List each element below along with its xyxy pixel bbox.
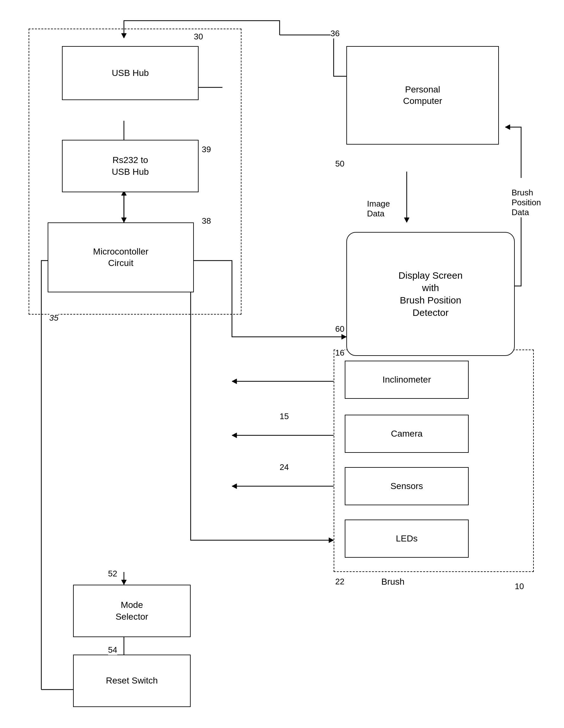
label-35: 35 <box>49 313 58 323</box>
label-n10: 10 <box>515 582 524 591</box>
brush-label: Brush <box>381 577 404 587</box>
label-50: 50 <box>335 159 344 169</box>
label-54: 54 <box>108 645 117 655</box>
display-screen-box: Display Screen with Brush Position Detec… <box>346 232 515 356</box>
label-52: 52 <box>108 569 117 579</box>
diagram: USB Hub Rs232 to USB Hub Microcontoller … <box>0 0 564 728</box>
usb-hub-box: USB Hub <box>62 46 199 100</box>
label-16: 16 <box>335 348 344 358</box>
svg-marker-7 <box>505 125 510 130</box>
svg-marker-15 <box>232 484 237 489</box>
label-15: 15 <box>280 412 289 421</box>
svg-marker-16 <box>329 538 334 543</box>
label-60: 60 <box>335 324 344 334</box>
svg-marker-8 <box>404 218 409 222</box>
brush-position-data-label: Brush Position Data <box>512 178 541 217</box>
rs232-usb-box: Rs232 to USB Hub <box>62 140 199 192</box>
camera-box: Camera <box>345 415 469 453</box>
personal-computer-box: Personal Computer <box>346 46 499 145</box>
svg-marker-19 <box>121 580 126 585</box>
leds-box: LEDs <box>345 520 469 558</box>
microcontroller-box: Microcontoller Circuit <box>48 222 194 292</box>
label-36: 36 <box>330 29 340 38</box>
svg-marker-11 <box>232 379 237 384</box>
svg-marker-13 <box>232 433 237 438</box>
label-24: 24 <box>280 462 289 472</box>
svg-marker-9 <box>342 334 346 339</box>
label-38: 38 <box>202 216 211 226</box>
label-39: 39 <box>202 145 211 154</box>
label-22: 22 <box>335 577 344 587</box>
sensors-box: Sensors <box>345 467 469 505</box>
image-data-label: Image Data <box>367 189 390 219</box>
inclinometer-box: Inclinometer <box>345 361 469 399</box>
mode-selector-box: Mode Selector <box>73 585 191 637</box>
label-30: 30 <box>194 32 203 42</box>
reset-switch-box: Reset Switch <box>73 655 191 707</box>
